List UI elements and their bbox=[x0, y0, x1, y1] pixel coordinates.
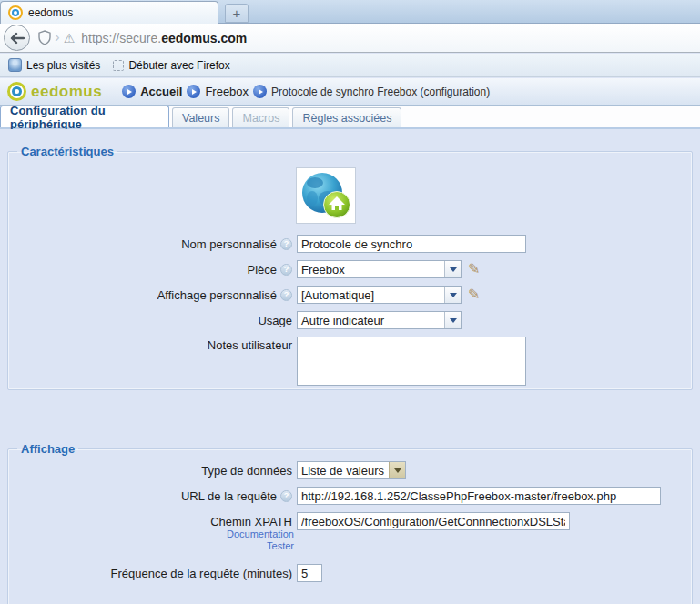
browser-titlebar: eedomus + bbox=[0, 0, 700, 24]
device-icon[interactable] bbox=[296, 167, 356, 224]
bookmark-getting-started[interactable]: Débuter avec Firefox bbox=[109, 57, 233, 74]
breadcrumb-arrow-icon bbox=[187, 85, 200, 98]
help-icon[interactable] bbox=[280, 238, 292, 250]
name-input[interactable] bbox=[297, 235, 526, 253]
name-label: Nom personnalisé bbox=[181, 237, 277, 251]
most-visited-folder-icon bbox=[8, 58, 22, 72]
field-row-url: URL de la requête bbox=[12, 487, 688, 505]
bookmarks-bar: Les plus visités Débuter avec Firefox bbox=[0, 54, 700, 77]
url-domain: eedomus.com bbox=[161, 31, 247, 45]
navigation-toolbar: › ⚠ https://secure.eedomus.com bbox=[0, 24, 700, 53]
edit-pencil-icon[interactable] bbox=[468, 287, 480, 302]
device-tabs: Configuration du périphérique Valeurs Ma… bbox=[0, 106, 700, 129]
field-row-room: Pièce Freebox bbox=[12, 260, 688, 278]
breadcrumb-arrow-icon bbox=[122, 85, 136, 98]
url-prefix: https://secure. bbox=[81, 31, 161, 45]
chevron-down-icon[interactable] bbox=[444, 287, 461, 303]
notes-textarea[interactable] bbox=[297, 337, 526, 386]
field-row-frequency: Fréquence de la requête (minutes) bbox=[12, 564, 688, 582]
display-label: Affichage personnalisé bbox=[157, 288, 277, 302]
room-label: Pièce bbox=[247, 263, 277, 277]
eedomus-wordmark[interactable]: eedomus bbox=[31, 83, 102, 101]
help-icon[interactable] bbox=[280, 289, 292, 301]
chevron-down-icon[interactable] bbox=[444, 261, 461, 277]
bookmark-label: Débuter avec Firefox bbox=[128, 59, 229, 72]
xpath-input[interactable] bbox=[297, 512, 570, 530]
breadcrumb-arrow-icon bbox=[253, 85, 267, 98]
browser-tab[interactable]: eedomus bbox=[0, 1, 218, 24]
back-button[interactable] bbox=[4, 25, 30, 51]
warning-triangle-icon[interactable]: ⚠ bbox=[64, 31, 76, 45]
chevron-separator-icon: › bbox=[55, 28, 60, 46]
chevron-down-icon[interactable] bbox=[444, 312, 461, 328]
characteristics-legend: Caractéristiques bbox=[17, 145, 117, 158]
bookmark-label: Les plus visités bbox=[26, 59, 100, 72]
usage-select[interactable]: Autre indicateur bbox=[297, 311, 462, 329]
help-icon[interactable] bbox=[280, 264, 292, 276]
request-url-input[interactable] bbox=[297, 487, 661, 505]
tester-link[interactable]: Tester bbox=[12, 540, 294, 552]
room-select[interactable]: Freebox bbox=[297, 260, 462, 278]
page-content: Caractéristiques bbox=[0, 129, 700, 604]
bookmark-most-visited[interactable]: Les plus visités bbox=[5, 56, 104, 74]
notes-label: Notes utilisateur bbox=[208, 338, 292, 352]
edit-pencil-icon[interactable] bbox=[468, 262, 480, 277]
tab-macros: Macros bbox=[232, 107, 289, 127]
field-row-xpath: Chemin XPATH bbox=[12, 512, 688, 530]
browser-tab-title: eedomus bbox=[28, 6, 73, 19]
helper-links-row: Documentation Tester bbox=[12, 533, 688, 557]
datatype-label: Type de données bbox=[201, 464, 292, 478]
new-tab-button[interactable]: + bbox=[225, 4, 249, 23]
help-icon[interactable] bbox=[280, 490, 292, 502]
field-row-datatype: Type de données Liste de valeurs bbox=[12, 461, 688, 479]
display-select[interactable]: [Automatique] bbox=[297, 286, 462, 304]
url-field[interactable]: https://secure.eedomus.com bbox=[81, 31, 247, 45]
display-fieldset: Affichage Type de données Liste de valeu… bbox=[7, 442, 693, 604]
tab-valeurs[interactable]: Valeurs bbox=[172, 107, 229, 127]
eedomus-favicon-icon bbox=[8, 5, 23, 20]
dotted-placeholder-icon bbox=[113, 60, 124, 71]
eedomus-logo-icon[interactable] bbox=[7, 82, 26, 101]
field-row-name: Nom personnalisé bbox=[12, 235, 688, 253]
field-row-usage: Usage Autre indicateur bbox=[12, 311, 688, 329]
breadcrumb-item-accueil[interactable]: Accueil bbox=[122, 85, 182, 98]
back-arrow-icon bbox=[9, 32, 25, 45]
globe-house-icon bbox=[299, 171, 352, 220]
breadcrumb-item-current[interactable]: Protocole de synchro Freebox (configurat… bbox=[253, 85, 490, 98]
request-url-label: URL de la requête bbox=[181, 489, 277, 503]
usage-label: Usage bbox=[258, 314, 292, 327]
chevron-down-icon[interactable] bbox=[389, 462, 405, 478]
datatype-select[interactable]: Liste de valeurs bbox=[297, 461, 406, 479]
xpath-label: Chemin XPATH bbox=[210, 515, 292, 528]
characteristics-fieldset: Caractéristiques bbox=[7, 145, 693, 390]
breadcrumb-item-freebox[interactable]: Freebox bbox=[187, 85, 249, 98]
documentation-link[interactable]: Documentation bbox=[12, 528, 294, 540]
field-row-display: Affichage personnalisé [Automatique] bbox=[12, 286, 688, 304]
breadcrumb: Accueil Freebox Protocole de synchro Fre… bbox=[122, 85, 490, 98]
tab-regles-associees[interactable]: Règles associées bbox=[292, 107, 401, 127]
eedomus-header-bar: eedomus Accueil Freebox Protocole de syn… bbox=[0, 78, 700, 106]
site-identity-shield-icon[interactable] bbox=[38, 30, 51, 45]
field-row-notes: Notes utilisateur bbox=[12, 337, 688, 386]
frequency-input[interactable] bbox=[297, 564, 322, 582]
display-legend: Affichage bbox=[17, 442, 78, 456]
frequency-label: Fréquence de la requête (minutes) bbox=[111, 567, 292, 580]
tab-configuration[interactable]: Configuration du périphérique bbox=[0, 106, 169, 127]
